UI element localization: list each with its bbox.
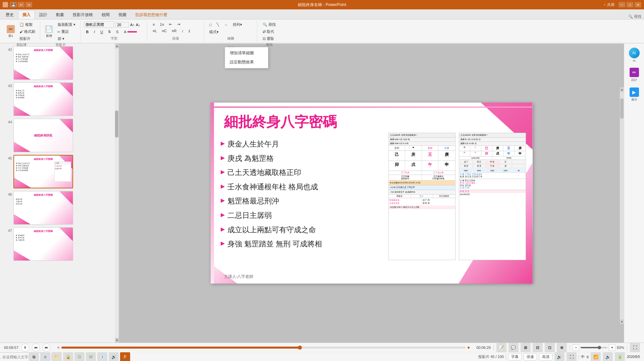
zoom-in-btn[interactable]: + [609, 344, 615, 351]
shape-line[interactable]: ╲ [215, 22, 221, 27]
fit-btn[interactable]: ⛶ [630, 343, 640, 352]
ai-panel-btn[interactable]: AI AI [626, 46, 642, 64]
close-btn[interactable]: ✕ [635, 2, 641, 7]
text-center[interactable]: ≡C [160, 28, 169, 34]
slide-thumb-46[interactable]: 細批終身八字密碼 格局分析 大運分析 流年分析 [13, 191, 73, 225]
font-family[interactable]: 微軟正黑體 [84, 21, 114, 28]
icon-notes[interactable]: 📝 [496, 343, 506, 352]
sound-btn[interactable]: 🔊 [109, 352, 119, 361]
zoom-handle[interactable] [598, 346, 601, 349]
line-spacing[interactable]: ↕ [179, 28, 185, 34]
progress-handle[interactable] [298, 346, 302, 350]
shape-rect[interactable]: □ [207, 22, 214, 27]
columns[interactable]: ⫿ [186, 28, 193, 34]
prev-btn[interactable]: ⏮ [32, 344, 40, 352]
canvas-scroll-thumb[interactable] [620, 99, 624, 119]
italic-btn[interactable]: I [92, 29, 97, 35]
zoom-level[interactable]: 83% [617, 346, 624, 350]
slide-scroll-up[interactable]: ▲ [115, 44, 119, 48]
bullet-list[interactable]: ≡ [151, 21, 157, 27]
tab-history[interactable]: 歷史 [1, 10, 18, 19]
volume-btn[interactable]: 🔊 [554, 352, 565, 361]
task-view-btn[interactable]: ⧉ [29, 352, 39, 361]
font-color-btn[interactable]: A [122, 29, 139, 35]
slide-thumb-44[interactable]: 細批終身詳批 [13, 119, 73, 152]
tab-animation[interactable]: 動畫 [52, 10, 68, 19]
wechat-btn[interactable]: W [86, 352, 96, 361]
design-panel-btn[interactable]: ✏ 設計 [626, 66, 642, 83]
minimize-btn[interactable]: ─ [619, 2, 625, 7]
undo-btn[interactable]: ↩ [18, 2, 24, 7]
search-ribbon[interactable]: 🔍 尋找 [628, 14, 641, 19]
zoom-out-btn[interactable]: − [573, 344, 579, 351]
slide-scroll-down[interactable]: ▼ [115, 338, 119, 343]
slide-thumb-42[interactable]: 細批終身八字密碼 ▶ 庚金人生於午月 ▶ 庚戌 為魁罡格 ▶ 己土天透地藏 ▶ … [13, 46, 73, 80]
canvas-scroll-up[interactable]: ▲ [620, 87, 624, 92]
slide-item-44[interactable]: 44 細批終身詳批 [0, 117, 119, 154]
quality-btn[interactable]: 高清 [539, 353, 552, 360]
battery-icon[interactable]: 🔋 [615, 352, 625, 361]
zoom-slider[interactable] [581, 347, 607, 348]
redo-btn[interactable]: ↪ [25, 2, 32, 7]
icon-view2[interactable]: ⊟ [533, 343, 543, 352]
progress-bar[interactable] [61, 347, 466, 349]
decrease-font[interactable]: A↓ [136, 23, 140, 27]
new-slide-btn[interactable]: 📄 新增 [44, 24, 54, 39]
slide-panel-scrollbar[interactable] [115, 44, 119, 343]
slide-item-47[interactable]: 47 細批終身八字密碼 ▶ 身強魁罡 ▶ 刑沖分析 ▶ 大運走勢 [0, 226, 119, 262]
tab-design[interactable]: 設計 [35, 10, 52, 19]
section-btn[interactable]: 節 ▾ [56, 36, 77, 42]
search-taskbar[interactable]: 🔍 [17, 352, 28, 361]
font-size[interactable]: 20 [115, 22, 129, 27]
ime-mode[interactable]: tI [587, 355, 589, 359]
strikethrough-btn[interactable]: S̶ [106, 29, 113, 35]
volume-icon[interactable]: 🔈 [603, 352, 613, 361]
number-list[interactable]: 1≡ [158, 21, 166, 27]
text-right[interactable]: ≡R [170, 28, 178, 34]
format-brush-btn[interactable]: 🖌 格式刷 [17, 28, 37, 35]
dropdown-item-1[interactable]: 增加清單縮圖 [225, 49, 268, 58]
slide-thumb-45[interactable]: 細批終身八字密碼 ▶ 庚金人生於午月 ▶ 庚戌 為魁罡格 ▶ 己土天透地藏 ▶ … [13, 155, 73, 188]
slide-item-42[interactable]: 42 細批終身八字密碼 ▶ 庚金人生於午月 ▶ 庚戌 為魁罡格 ▶ 己土天透地藏… [0, 45, 119, 81]
network-icon[interactable]: 📶 [591, 352, 601, 361]
cut-btn[interactable]: ✂ 剪1 [5, 24, 16, 39]
icon-view4[interactable]: ⊕ [557, 343, 567, 352]
text-left[interactable]: ≡L [151, 28, 159, 34]
replace-btn[interactable]: ⇄ 取代 [261, 28, 278, 35]
mail-btn[interactable]: 📧 [97, 352, 107, 361]
subtitle-btn[interactable]: 字幕 [508, 353, 522, 360]
slide-item-45[interactable]: 45 細批終身八字密碼 ▶ 庚金人生於午月 ▶ 庚戌 為魁罡格 ▶ 己土天透地藏… [0, 154, 119, 190]
reset-btn[interactable]: ▻ 重設 [56, 28, 77, 35]
ppt-btn[interactable]: P [120, 352, 130, 361]
lock-btn[interactable]: 🔒 [63, 352, 73, 361]
tab-view[interactable]: 視圖 [114, 10, 131, 19]
arrange-btn[interactable]: 排列▾ [231, 21, 244, 28]
slide-thumb-43[interactable]: 細批終身八字密碼 ▶ 庚金人生 ▶ 格局分析 ▶ 印星取格 ▶ 食神通根 [13, 82, 73, 116]
style-btn[interactable]: 樣式▾ [207, 29, 221, 35]
icon-view1[interactable]: ⊞ [521, 343, 531, 352]
folder-btn[interactable]: 📁 [52, 352, 62, 361]
speed-btn[interactable]: 倍速 [524, 353, 537, 360]
ime-indicator[interactable]: 中 [581, 354, 585, 359]
progress-end[interactable] [468, 347, 470, 349]
decrease-indent[interactable]: ⇤ [167, 21, 174, 27]
find-btn[interactable]: 🔍 尋找 [261, 21, 278, 28]
chrome-btn[interactable]: G [74, 352, 85, 361]
tab-insert[interactable]: 插入 [18, 10, 35, 19]
canvas-scroll-down[interactable]: ▼ [620, 319, 624, 324]
fullscreen-btn[interactable]: ⛶ [567, 352, 577, 361]
shadow-btn[interactable]: S [114, 29, 120, 35]
slide-scroll-thumb[interactable] [115, 111, 118, 137]
increase-indent[interactable]: ⇥ [175, 21, 182, 27]
present-panel-btn[interactable]: ▶ 展示 [626, 86, 642, 103]
share-label[interactable]: ♂ 共用 [603, 2, 614, 7]
edge-btn[interactable]: e [40, 352, 50, 361]
icon-view3[interactable]: ⊡ [545, 343, 555, 352]
underline-btn[interactable]: U [98, 29, 105, 35]
next-btn[interactable]: ⏭ [43, 344, 51, 352]
slide-item-43[interactable]: 43 細批終身八字密碼 ▶ 庚金人生 ▶ 格局分析 ▶ 印星取格 ▶ 食神通根 [0, 81, 119, 117]
save-btn[interactable]: 💾 [10, 2, 17, 7]
increase-font[interactable]: A↑ [130, 23, 135, 27]
play-pause-btn[interactable]: ⏸ [21, 344, 29, 352]
tab-review[interactable]: 校閱 [97, 10, 114, 19]
